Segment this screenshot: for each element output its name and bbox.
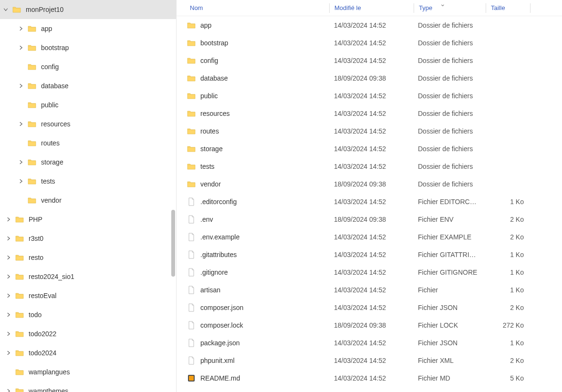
- file-name: .gitattributes: [200, 251, 237, 258]
- tree-item[interactable]: vendor: [0, 191, 176, 210]
- tree-item[interactable]: PHP: [0, 210, 176, 229]
- name-cell: README.md: [177, 374, 329, 382]
- chevron-right-icon[interactable]: [5, 216, 12, 223]
- name-cell: composer.lock: [177, 321, 329, 330]
- chevron-right-icon[interactable]: [5, 311, 12, 319]
- folder-icon: [187, 109, 196, 118]
- tree-item[interactable]: wamplangues: [0, 362, 176, 382]
- list-item[interactable]: .editorconfig14/03/2024 14:52Fichier EDI…: [177, 193, 562, 210]
- name-cell: composer.json: [177, 303, 329, 312]
- chevron-down-icon[interactable]: [2, 6, 10, 13]
- tree-item[interactable]: routes: [0, 134, 176, 153]
- list-item[interactable]: artisan14/03/2024 14:52Fichier1 Ko: [177, 281, 562, 299]
- name-cell: database: [177, 74, 329, 83]
- tree-item[interactable]: todo2022: [0, 324, 176, 343]
- chevron-right-icon[interactable]: [5, 235, 12, 242]
- file-name: app: [200, 21, 211, 29]
- name-cell: config: [177, 56, 329, 65]
- list-item[interactable]: bootstrap14/03/2024 14:52Dossier de fich…: [177, 34, 562, 52]
- list-item[interactable]: storage14/03/2024 14:52Dossier de fichie…: [177, 140, 562, 157]
- chevron-right-icon[interactable]: [17, 158, 25, 166]
- scrollbar-thumb[interactable]: [171, 210, 175, 277]
- type-cell: Fichier JSON: [413, 304, 485, 311]
- chevron-right-icon[interactable]: [17, 177, 25, 185]
- list-item[interactable]: .env18/09/2024 09:38Fichier ENV2 Ko: [177, 210, 562, 228]
- column-header-size[interactable]: Taille: [486, 4, 530, 11]
- chevron-right-icon[interactable]: [5, 330, 12, 338]
- folder-icon: [187, 92, 196, 100]
- tree-item[interactable]: app: [0, 19, 176, 38]
- list-item[interactable]: app14/03/2024 14:52Dossier de fichiers: [177, 16, 562, 34]
- size-cell: 2 Ko: [485, 233, 529, 241]
- name-cell: resources: [177, 109, 329, 118]
- tree-item[interactable]: r3st0: [0, 229, 176, 248]
- tree-item[interactable]: config: [0, 57, 176, 76]
- modified-cell: 14/03/2024 14:52: [329, 304, 413, 311]
- list-item[interactable]: composer.json14/03/2024 14:52Fichier JSO…: [177, 299, 562, 316]
- modified-cell: 14/03/2024 14:52: [329, 286, 413, 294]
- file-name: phpunit.xml: [200, 357, 235, 364]
- chevron-right-icon[interactable]: [5, 349, 12, 357]
- list-item[interactable]: database18/09/2024 09:38Dossier de fichi…: [177, 69, 562, 87]
- tree-item[interactable]: tests: [0, 172, 176, 191]
- list-item[interactable]: routes14/03/2024 14:52Dossier de fichier…: [177, 122, 562, 140]
- chevron-right-icon[interactable]: [17, 44, 25, 52]
- folder-icon: [15, 272, 24, 281]
- list-item[interactable]: public14/03/2024 14:52Dossier de fichier…: [177, 87, 562, 104]
- list-item[interactable]: resources14/03/2024 14:52Dossier de fich…: [177, 104, 562, 122]
- folder-icon: [187, 144, 196, 153]
- list-item[interactable]: package.json14/03/2024 14:52Fichier JSON…: [177, 334, 562, 351]
- type-cell: Dossier de fichiers: [413, 57, 485, 64]
- tree-item[interactable]: resto: [0, 248, 176, 267]
- tree-item[interactable]: storage: [0, 153, 176, 172]
- tree-item[interactable]: todo2024: [0, 343, 176, 362]
- tree-item[interactable]: monProjet10: [0, 0, 176, 19]
- tree-item[interactable]: database: [0, 76, 176, 95]
- tree-item[interactable]: wampthemes: [0, 382, 176, 392]
- column-header-type[interactable]: Type: [414, 4, 486, 11]
- column-separator[interactable]: [530, 3, 531, 13]
- tree-item-label: r3st0: [29, 235, 43, 242]
- column-headers: Nom Modifié le Type Taille: [177, 0, 562, 16]
- type-cell: Fichier: [413, 286, 485, 294]
- file-name: composer.json: [200, 304, 243, 311]
- type-cell: Dossier de fichiers: [413, 127, 485, 135]
- file-name: database: [200, 74, 228, 82]
- column-header-name[interactable]: Nom: [177, 4, 329, 11]
- chevron-right-icon[interactable]: [5, 387, 12, 392]
- tree-item[interactable]: bootstrap: [0, 38, 176, 57]
- list-item[interactable]: .gitattributes14/03/2024 14:52Fichier GI…: [177, 246, 562, 263]
- chevron-right-icon[interactable]: [17, 25, 25, 32]
- column-header-modified[interactable]: Modifié le: [330, 4, 414, 11]
- folder-tree[interactable]: monProjet10appbootstrapconfigdatabasepub…: [0, 0, 177, 392]
- list-item[interactable]: phpunit.xml14/03/2024 14:52Fichier XML2 …: [177, 351, 562, 369]
- list-item[interactable]: vendor18/09/2024 09:38Dossier de fichier…: [177, 175, 562, 193]
- expander-placeholder: [17, 196, 25, 204]
- tree-item[interactable]: resources: [0, 114, 176, 134]
- type-cell: Dossier de fichiers: [413, 180, 485, 188]
- folder-icon: [187, 39, 196, 47]
- tree-item[interactable]: todo: [0, 305, 176, 324]
- folder-icon: [28, 62, 36, 71]
- tree-item-label: todo2024: [29, 349, 56, 357]
- type-cell: Fichier EXAMPLE: [413, 233, 485, 241]
- tree-item[interactable]: public: [0, 95, 176, 114]
- chevron-right-icon[interactable]: [5, 273, 12, 280]
- folder-icon: [187, 162, 196, 171]
- list-item[interactable]: README.md14/03/2024 14:52Fichier MD5 Ko: [177, 369, 562, 387]
- list-item[interactable]: .gitignore14/03/2024 14:52Fichier GITIGN…: [177, 263, 562, 281]
- chevron-right-icon[interactable]: [17, 120, 25, 128]
- chevron-right-icon[interactable]: [5, 254, 12, 261]
- tree-item[interactable]: restoEval: [0, 286, 176, 305]
- chevron-right-icon[interactable]: [17, 82, 25, 90]
- tree-item-label: bootstrap: [41, 44, 69, 52]
- modified-cell: 14/03/2024 14:52: [329, 251, 413, 258]
- list-item[interactable]: composer.lock18/09/2024 09:38Fichier LOC…: [177, 316, 562, 334]
- chevron-right-icon[interactable]: [5, 292, 12, 299]
- name-cell: phpunit.xml: [177, 356, 329, 365]
- tree-item[interactable]: resto2024_sio1: [0, 267, 176, 286]
- list-item[interactable]: .env.example14/03/2024 14:52Fichier EXAM…: [177, 228, 562, 246]
- list-item[interactable]: tests14/03/2024 14:52Dossier de fichiers: [177, 157, 562, 175]
- type-cell: Fichier MD: [413, 374, 485, 382]
- list-item[interactable]: config14/03/2024 14:52Dossier de fichier…: [177, 52, 562, 69]
